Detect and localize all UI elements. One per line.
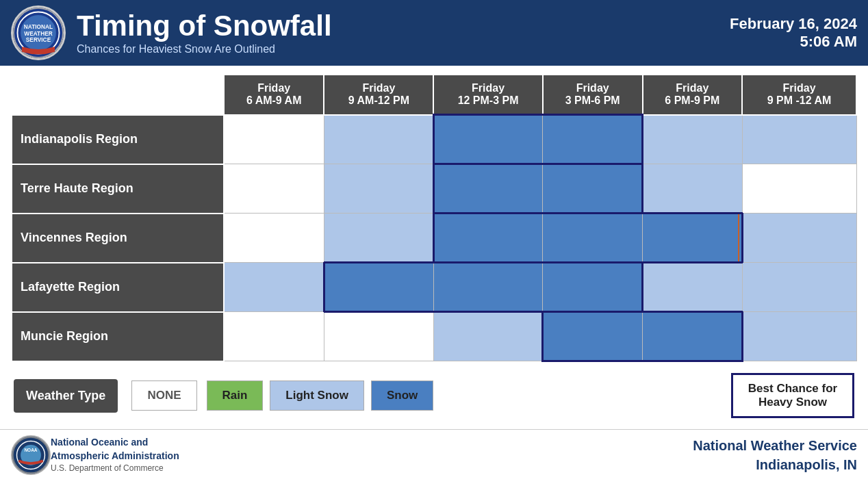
cell-laf-6	[742, 263, 856, 312]
noaa-logo: NOAA	[11, 435, 51, 475]
col-header-3: Friday 12 PM-3 PM	[433, 75, 542, 115]
cell-mun-6	[742, 312, 856, 361]
cell-mun-1	[224, 312, 324, 361]
region-label-vincennes: Vincennes Region	[12, 214, 224, 263]
cell-mun-5	[643, 312, 743, 361]
cell-vinc-1	[224, 214, 324, 263]
nws-logo: NATIONAL WEATHER SERVICE	[11, 5, 66, 60]
header-title-block: Timing of Snowfall Chances for Heaviest …	[77, 10, 730, 55]
snowfall-table: Friday 6 AM-9 AM Friday 9 AM-12 PM Frida…	[11, 74, 857, 362]
region-label-muncie: Muncie Region	[12, 312, 224, 361]
legend-swatch-none: NONE	[131, 381, 196, 411]
cell-indy-6	[742, 115, 856, 164]
row-indianapolis: Indianapolis Region	[12, 115, 856, 164]
footer-nws: National Weather Service Indianapolis, I…	[693, 436, 857, 474]
row-lafayette: Lafayette Region	[12, 263, 856, 312]
legend-swatch-light-snow: Light Snow	[270, 381, 364, 411]
cell-laf-3	[433, 263, 542, 312]
svg-text:NOAA: NOAA	[24, 448, 37, 452]
cell-th-4	[543, 164, 643, 214]
cell-mun-4	[543, 312, 643, 361]
header-date-block: February 16, 2024 5:06 AM	[730, 15, 857, 51]
header-subtitle: Chances for Heaviest Snow Are Outlined	[77, 43, 730, 55]
col-header-1: Friday 6 AM-9 AM	[224, 75, 324, 115]
cell-th-2	[324, 164, 433, 214]
region-label-terre-haute: Terre Haute Region	[12, 164, 224, 214]
weather-type-label: Weather Type	[14, 379, 118, 413]
page-title: Timing of Snowfall	[77, 10, 730, 42]
legend-light-snow: Light Snow	[270, 381, 364, 411]
orange-divider	[738, 214, 739, 261]
region-label-lafayette: Lafayette Region	[12, 263, 224, 312]
cell-vinc-2	[324, 214, 433, 263]
cell-vinc-5	[643, 214, 743, 263]
row-terre-haute: Terre Haute Region	[12, 164, 856, 214]
cell-laf-1	[224, 263, 324, 312]
cell-indy-4	[543, 115, 643, 164]
cell-vinc-3	[433, 214, 542, 263]
cell-th-5	[643, 164, 743, 214]
col-header-4: Friday 3 PM-6 PM	[543, 75, 643, 115]
cell-mun-3	[433, 312, 542, 361]
cell-indy-5	[643, 115, 743, 164]
footer-noaa-text: National Oceanic and Atmospheric Adminis…	[51, 436, 179, 474]
cell-laf-5	[643, 263, 743, 312]
cell-th-6	[742, 164, 856, 214]
cell-indy-3	[433, 115, 542, 164]
svg-text:SERVICE: SERVICE	[26, 36, 51, 43]
page-footer: NOAA National Oceanic and Atmospheric Ad…	[0, 429, 868, 480]
region-label-indianapolis: Indianapolis Region	[12, 115, 224, 164]
legend: Weather Type NONE Rain Light Snow Snow B…	[11, 373, 857, 418]
legend-rain: Rain	[207, 381, 264, 411]
cell-laf-4	[543, 263, 643, 312]
col-header-6: Friday 9 PM -12 AM	[742, 75, 856, 115]
cell-th-1	[224, 164, 324, 214]
cell-th-3	[433, 164, 542, 214]
cell-laf-2	[324, 263, 433, 312]
col-header-5: Friday 6 PM-9 PM	[643, 75, 743, 115]
header-time: 5:06 AM	[730, 33, 857, 51]
cell-indy-1	[224, 115, 324, 164]
cell-vinc-4	[543, 214, 643, 263]
legend-snow: Snow	[371, 381, 433, 411]
legend-none: NONE	[131, 381, 196, 411]
legend-swatch-snow: Snow	[371, 381, 433, 411]
legend-swatch-rain: Rain	[207, 381, 264, 411]
main-content: Friday 6 AM-9 AM Friday 9 AM-12 PM Frida…	[0, 66, 868, 426]
page-header: NATIONAL WEATHER SERVICE Timing of Snowf…	[0, 0, 868, 66]
cell-mun-2	[324, 312, 433, 361]
row-muncie: Muncie Region	[12, 312, 856, 361]
best-chance-box: Best Chance for Heavy Snow	[731, 373, 854, 418]
col-header-2: Friday 9 AM-12 PM	[324, 75, 433, 115]
cell-vinc-6	[742, 214, 856, 263]
cell-indy-2	[324, 115, 433, 164]
row-vincennes: Vincennes Region	[12, 214, 856, 263]
header-date: February 16, 2024	[730, 15, 857, 33]
